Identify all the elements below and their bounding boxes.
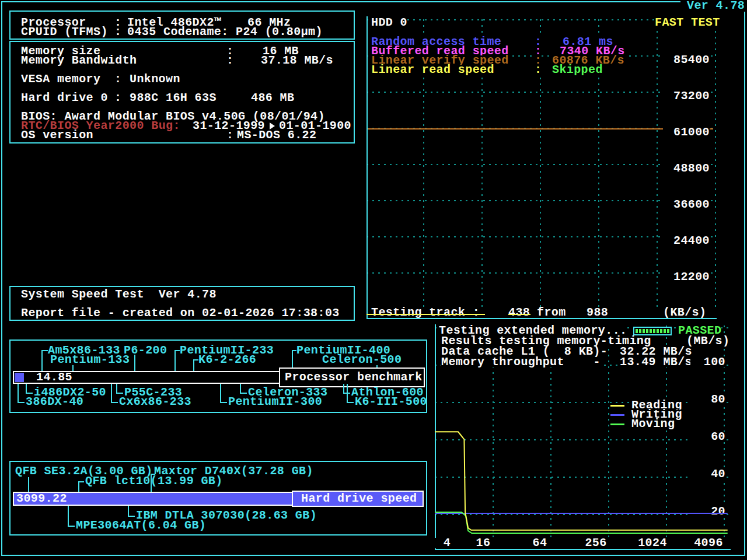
gridline [366,200,713,201]
testing-track-current: 438 [508,307,530,318]
os-version-sep: : [226,130,233,141]
gridline [366,272,713,274]
hdd-y-axis-label: 73200 [663,91,710,102]
report-created-line: Report file - created on 02-01-2026 17:3… [21,308,340,318]
connector [240,393,247,394]
hard-drive-size: 486 MB [251,93,294,103]
gridline [435,439,728,440]
connector [78,481,79,492]
hdd-y-axis-label: 48800 [663,163,710,174]
memory-x-axis-label: 256 [573,538,619,548]
cpu-mark-k6-2-266: K6-2-266 [198,355,256,365]
gridline [366,92,713,93]
hdd-y-axis-label: 12200 [663,272,710,282]
hdd-y-axis-label: 85400 [663,55,710,65]
memory-y-axis-label: 80 [690,394,725,405]
connector [193,359,194,371]
hdd-y-axis-label: 36600 [663,200,710,210]
report-title: System Speed Test Ver 4.78 [21,289,217,300]
connector [151,474,152,492]
connector [111,384,112,403]
cpu-benchmark-score: 14.85 [36,372,72,383]
gridline [366,236,713,237]
memory-chart-unit: (MB/s) [686,336,729,346]
gridline [435,477,728,478]
connector [134,355,135,371]
testing-progress-line-1 [366,314,485,315]
cpu-mark-386dx-40: 386DX-40 [26,397,83,407]
gridline [366,164,713,165]
memory-test-progress-fill [636,329,669,333]
cpu-benchmark-title: Processor benchmark [285,372,423,383]
memory-x-axis-label: 4096 [685,538,732,548]
connector [26,393,33,394]
connector [18,402,25,403]
memory-x-axis-label: 16 [460,538,507,548]
cpuid-value: 0435 Codename: P24 (0.80µm) [127,27,323,37]
moving-legend-line [610,424,624,425]
memory-bandwidth-label: Memory Bandwidth [21,55,137,66]
drive-mark-qfb-lct10: QFB lct10(13.99 GB) [85,476,223,487]
cpu-mark-cx6x86-233: Cx6x86-233 [119,397,191,407]
connector [174,350,176,371]
memory-panel-left-border [435,324,436,550]
hard-drive-sep: : [114,93,121,103]
drive-mark-mpe3064at: MPE3064AT(6.04 GB) [76,520,206,531]
connector [18,384,19,403]
vesa-memory-value: Unknown [130,74,180,85]
memory-x-axis-label: 1024 [629,538,676,548]
reading-legend-line [610,405,624,407]
connector [116,393,123,394]
memory-y-axis-label: 60 [690,432,725,442]
connector [41,350,43,371]
hdd-benchmark-title: Hard drive speed [301,494,417,504]
testing-track-total: 988 [587,307,608,318]
cpuid-label: CPUID (TFMS) [21,27,108,37]
connector [347,384,348,403]
cpu-mark-pentium-133: Pentium-133 [50,355,130,365]
cpu-benchmark-bar-fill [15,373,24,382]
testing-track-from: from [537,307,566,318]
hdd-panel-title: HDD 0 [371,18,407,28]
hard-drive-geometry: 988C 16H 63S [130,93,217,103]
memory-x-axis-label: 64 [516,538,563,548]
gridline [435,402,728,403]
memory-y-axis-label: 100 [690,357,725,368]
connector [220,402,227,403]
memory-throughput-value: 13.49 MB/s [620,357,692,368]
hard-drive-label: Hard drive 0 [21,93,108,103]
testing-progress-line-2 [508,314,530,315]
connector [72,365,74,371]
fast-test-badge: FAST TEST [655,18,720,28]
hdd-panel-left-border [366,16,368,318]
app-version: Ver 4.78 [687,1,745,11]
memory-y-axis-label: 20 [690,506,725,517]
hdd-y-axis-label: 61000 [663,127,710,138]
os-version-value: MS-DOS 6.22 [237,130,316,141]
memory-bandwidth-value: 37.18 MB/s [261,55,333,66]
gridline [715,19,716,310]
writing-legend-line [610,414,624,416]
linear-read-sep: : [535,65,542,75]
vesa-memory-label: VESA memory [21,74,100,85]
system-speed-test-screen: Ver 4.78 Processor : Intel 486DX2™ 66 MH… [0,0,747,560]
memory-bandwidth-sep: : [226,55,233,66]
connector [68,506,69,527]
linear-verify-speed-line [366,128,713,130]
hdd-benchmark-score: 3099.22 [16,494,67,504]
os-version-label: OS version [21,130,93,141]
moving-legend-label: Moving [631,419,675,429]
cpu-mark-celeron-500: Celeron-500 [322,355,402,365]
connector [347,402,354,403]
connector [28,477,29,492]
cpu-mark-p6-200: P6-200 [124,345,167,356]
vesa-memory-sep: : [114,74,121,85]
gridline [435,514,728,515]
cpuid-sep: : [114,27,121,37]
linear-read-label: Linear read speed [371,65,494,75]
linear-read-value: Skipped [552,65,603,75]
hdd-y-axis-label: 24400 [663,236,710,246]
cpu-mark-pentiumii-300: PentiumII-300 [228,397,322,407]
connector [128,516,135,517]
testing-track-label: Testing track : [371,307,480,318]
